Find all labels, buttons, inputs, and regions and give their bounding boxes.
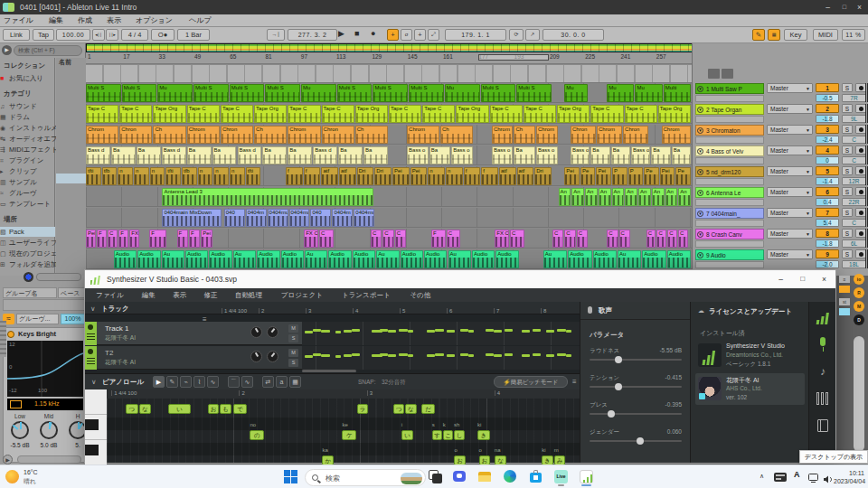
pianoroll-note[interactable]: ラ	[357, 404, 369, 414]
clip[interactable]: C	[552, 230, 563, 248]
punch-icon[interactable]: ↗	[525, 29, 540, 41]
installed-item[interactable]: 花隈千冬 AIAHS Co., Ltd.ver. 102	[695, 373, 805, 405]
track-arm-button[interactable]	[855, 229, 866, 238]
clip[interactable]: 0404mu	[268, 209, 288, 227]
clip[interactable]: 040	[310, 209, 331, 227]
clip[interactable]: n	[198, 167, 213, 185]
clip[interactable]: Bass d	[238, 146, 262, 164]
clip[interactable]: Audio	[667, 250, 691, 268]
clip[interactable]: C	[395, 230, 406, 248]
clip[interactable]: n	[428, 167, 445, 185]
pan-slider[interactable]	[36, 273, 81, 281]
clip[interactable]: Mu	[445, 84, 480, 102]
track-pan-field[interactable]: 12R	[842, 177, 866, 185]
clip[interactable]: An	[585, 188, 598, 206]
pianoroll-note[interactable]: い	[168, 404, 191, 414]
clip[interactable]: Ba	[288, 146, 312, 164]
clip[interactable]: Ch	[153, 126, 185, 144]
arrangement-track-row[interactable]: Bass dBaBaBass dBaBaBass dBaBaBass dBaBa…	[86, 145, 692, 165]
menu-オプション[interactable]: オプション	[136, 14, 173, 27]
param-slider-handle[interactable]	[608, 410, 615, 418]
lock-toggle-icon[interactable]	[722, 69, 733, 79]
clip[interactable]: Chrom	[536, 126, 558, 144]
clip[interactable]: Chrom	[288, 126, 320, 144]
task-view-icon[interactable]	[428, 469, 443, 484]
mute-button[interactable]: M	[288, 324, 298, 333]
pitch-tool-icon[interactable]: ⌒	[228, 376, 240, 388]
track-solo-button[interactable]: S	[842, 83, 853, 92]
track-title[interactable]: 9 Audio▾	[695, 249, 764, 260]
clip[interactable]: C	[371, 230, 382, 248]
clip[interactable]: 0404m	[246, 209, 267, 227]
track-volume-field[interactable]: -0.5	[816, 94, 839, 102]
clip[interactable]: Chrom	[187, 126, 220, 144]
clip[interactable]: Chron	[322, 126, 354, 144]
eq-display[interactable]: 12 0 -12 100	[7, 341, 83, 397]
browser-search-input[interactable]: 検索 (Ctrl + F)	[14, 45, 82, 56]
installed-item[interactable]: Synthesizer V StudioDreamtonics Co., Ltd…	[695, 340, 805, 371]
gain-knob[interactable]	[250, 326, 262, 338]
track-routing-menu[interactable]: Master▼	[767, 249, 813, 259]
weather-icon[interactable]	[5, 470, 19, 483]
clip[interactable]: Pei	[86, 230, 96, 248]
track-pan-field[interactable]: 22R	[842, 198, 866, 206]
sidebar-item-MIDIエフェクト[interactable]: ⇶MIDIエフェクト	[0, 145, 55, 155]
sidebar-item-フォルダを追加[interactable]: ⊞フォルダを追加	[0, 259, 55, 269]
track-pan-field[interactable]: 6L	[842, 239, 866, 248]
track-pan-field[interactable]: C	[842, 156, 866, 164]
track-solo-button[interactable]: S	[842, 145, 853, 155]
clip[interactable]: Ba	[137, 146, 161, 164]
nudge-down-icon[interactable]: ◂∣∣	[92, 29, 105, 41]
clip[interactable]: Chron	[623, 126, 648, 144]
clip[interactable]: atf	[499, 167, 516, 185]
track-volume-field[interactable]: 5.4	[816, 219, 839, 227]
clip[interactable]: An	[625, 188, 637, 206]
link-tool-icon[interactable]: ⌁	[180, 376, 192, 388]
clip[interactable]: FX C	[495, 230, 509, 248]
clip[interactable]: F	[431, 230, 446, 248]
clip[interactable]: Ba	[187, 146, 212, 164]
clip[interactable]: Pe	[675, 167, 691, 185]
track-unfold-icon[interactable]: ▾	[697, 211, 703, 217]
clip[interactable]: atf	[339, 167, 356, 185]
track-unfold-icon[interactable]: ▾	[697, 148, 703, 155]
clip[interactable]: Audio	[114, 250, 137, 268]
track-arm-button[interactable]	[855, 83, 866, 92]
clip[interactable]: Ch	[514, 126, 535, 144]
arrangement-track-row[interactable]: Tape CTape CTape OrgTape CTape CTape Org…	[86, 104, 692, 124]
clip[interactable]: Audio	[185, 250, 208, 268]
quantization-menu[interactable]: 1 Bar	[177, 29, 210, 41]
clip[interactable]: Tape C	[86, 105, 118, 123]
track-unfold-icon[interactable]: ▾	[697, 169, 703, 175]
stop-button[interactable]: ■	[354, 29, 359, 38]
pianoroll-note[interactable]: も	[220, 404, 231, 414]
track-unfold-icon[interactable]: ▾	[697, 107, 703, 113]
track-unfold-icon[interactable]: ▾	[697, 86, 703, 92]
track-pan-field[interactable]: C	[842, 136, 866, 144]
clip[interactable]: Audio	[424, 250, 447, 268]
track-arm-button[interactable]	[855, 187, 866, 196]
status-play-icon[interactable]: ▶	[3, 455, 13, 465]
clip[interactable]: P	[628, 167, 644, 185]
clip[interactable]: FX	[129, 230, 139, 248]
arrangement-track-row[interactable]: Multi SMulti SMuMulti SMulti SMulti SMuM…	[86, 83, 692, 103]
clip[interactable]: Tape C	[221, 105, 253, 123]
search-daily-image[interactable]	[401, 473, 422, 484]
track-arm-button[interactable]	[855, 145, 866, 155]
track-solo-button[interactable]: S	[842, 229, 853, 238]
maximize-button[interactable]: □	[843, 0, 846, 14]
synthv-menu-その他[interactable]: その他	[410, 288, 430, 302]
track-color-strip[interactable]	[85, 346, 97, 370]
track-volume-field[interactable]: -2.4	[816, 136, 839, 144]
clip[interactable]: Multi S	[193, 84, 229, 102]
clip[interactable]: Ch	[440, 126, 473, 144]
pianoroll-note[interactable]: い	[401, 430, 414, 440]
clip[interactable]: C	[678, 230, 688, 248]
clip[interactable]: Chrom	[407, 126, 439, 144]
keyboard-view-icon[interactable]: ▦	[289, 376, 301, 388]
clip[interactable]: Tape C	[625, 105, 657, 123]
clip[interactable]: atf	[517, 167, 534, 185]
filter-type-icon[interactable]	[10, 400, 22, 408]
key-map-button[interactable]: Key	[784, 29, 807, 41]
track-title[interactable]: 4 Bass of Velv▾	[695, 145, 764, 156]
